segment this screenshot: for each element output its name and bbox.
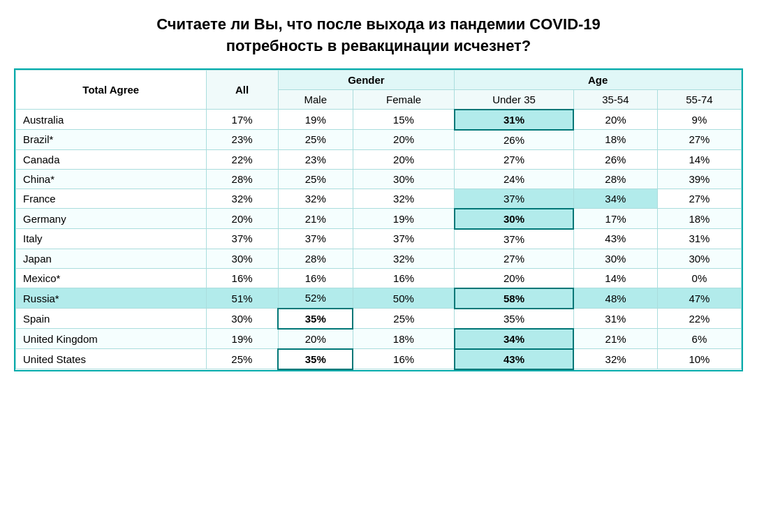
cell-all: 30% (206, 309, 278, 329)
cell-under35: 27% (455, 249, 574, 268)
total-agree-header: Total Agree (16, 70, 207, 110)
cell-male: 19% (278, 110, 353, 130)
table-row: Canada22%23%20%27%26%14% (16, 149, 742, 169)
cell-age3554: 31% (573, 309, 657, 329)
table-row: France32%32%32%37%34%27% (16, 189, 742, 209)
table-row: Australia17%19%15%31%20%9% (16, 110, 742, 130)
cell-all: 32% (206, 189, 278, 209)
cell-female: 15% (353, 110, 454, 130)
cell-male: 25% (278, 169, 353, 189)
cell-male: 52% (278, 288, 353, 309)
table-row: Germany20%21%19%30%17%18% (16, 209, 742, 229)
cell-country: United States (16, 349, 207, 369)
data-table: Total Agree All Gender Age Male Female U… (15, 70, 742, 370)
cell-female: 50% (353, 288, 454, 309)
cell-female: 32% (353, 189, 454, 209)
cell-age5574: 27% (657, 189, 741, 209)
cell-all: 16% (206, 268, 278, 288)
cell-age3554: 34% (573, 189, 657, 209)
cell-country: Japan (16, 249, 207, 268)
cell-age3554: 20% (573, 110, 657, 130)
cell-age5574: 39% (657, 169, 741, 189)
table-row: Japan30%28%32%27%30%30% (16, 249, 742, 268)
cell-country: Germany (16, 209, 207, 229)
cell-male: 35% (278, 309, 353, 329)
cell-female: 16% (353, 268, 454, 288)
table-row: Spain30%35%25%35%31%22% (16, 309, 742, 329)
cell-female: 30% (353, 169, 454, 189)
cell-all: 20% (206, 209, 278, 229)
cell-all: 19% (206, 329, 278, 349)
cell-under35: 26% (455, 130, 574, 150)
age3554-header: 35-54 (573, 89, 657, 110)
cell-all: 51% (206, 288, 278, 309)
cell-under35: 35% (455, 309, 574, 329)
cell-female: 37% (353, 229, 454, 249)
cell-age5574: 30% (657, 249, 741, 268)
cell-age5574: 18% (657, 209, 741, 229)
cell-under35: 20% (455, 268, 574, 288)
cell-male: 21% (278, 209, 353, 229)
cell-age5574: 10% (657, 349, 741, 369)
table-row: China*28%25%30%24%28%39% (16, 169, 742, 189)
data-table-wrapper: Total Agree All Gender Age Male Female U… (14, 68, 743, 371)
cell-country: China* (16, 169, 207, 189)
cell-all: 28% (206, 169, 278, 189)
cell-under35: 34% (455, 329, 574, 349)
cell-male: 20% (278, 329, 353, 349)
cell-age3554: 17% (573, 209, 657, 229)
table-row: United States25%35%16%43%32%10% (16, 349, 742, 369)
cell-country: Canada (16, 149, 207, 169)
cell-male: 37% (278, 229, 353, 249)
table-row: Brazil*23%25%20%26%18%27% (16, 130, 742, 150)
cell-female: 18% (353, 329, 454, 349)
cell-under35: 31% (455, 110, 574, 130)
age-group-header: Age (455, 70, 742, 89)
cell-age5574: 27% (657, 130, 741, 150)
cell-under35: 37% (455, 229, 574, 249)
cell-country: France (16, 189, 207, 209)
cell-age3554: 28% (573, 169, 657, 189)
cell-female: 25% (353, 309, 454, 329)
table-row: Russia*51%52%50%58%48%47% (16, 288, 742, 309)
cell-under35: 43% (455, 349, 574, 369)
cell-age5574: 14% (657, 149, 741, 169)
cell-all: 17% (206, 110, 278, 130)
cell-male: 25% (278, 130, 353, 150)
cell-age3554: 43% (573, 229, 657, 249)
cell-female: 32% (353, 249, 454, 268)
under35-header: Under 35 (455, 89, 574, 110)
page-title: Считаете ли Вы, что после выхода из панд… (14, 14, 743, 57)
cell-age3554: 30% (573, 249, 657, 268)
cell-country: Russia* (16, 288, 207, 309)
table-row: United Kingdom19%20%18%34%21%6% (16, 329, 742, 349)
cell-age5574: 22% (657, 309, 741, 329)
cell-country: United Kingdom (16, 329, 207, 349)
cell-age5574: 9% (657, 110, 741, 130)
female-header: Female (353, 89, 454, 110)
cell-under35: 30% (455, 209, 574, 229)
cell-age3554: 14% (573, 268, 657, 288)
cell-age5574: 6% (657, 329, 741, 349)
cell-age5574: 31% (657, 229, 741, 249)
cell-female: 20% (353, 149, 454, 169)
cell-male: 35% (278, 349, 353, 369)
cell-female: 16% (353, 349, 454, 369)
cell-age3554: 26% (573, 149, 657, 169)
cell-male: 16% (278, 268, 353, 288)
cell-age5574: 0% (657, 268, 741, 288)
cell-all: 30% (206, 249, 278, 268)
cell-country: Australia (16, 110, 207, 130)
gender-group-header: Gender (278, 70, 455, 89)
cell-age3554: 48% (573, 288, 657, 309)
cell-all: 23% (206, 130, 278, 150)
cell-under35: 24% (455, 169, 574, 189)
cell-male: 28% (278, 249, 353, 268)
age5574-header: 55-74 (657, 89, 741, 110)
cell-all: 25% (206, 349, 278, 369)
cell-male: 23% (278, 149, 353, 169)
cell-under35: 37% (455, 189, 574, 209)
cell-female: 20% (353, 130, 454, 150)
cell-country: Spain (16, 309, 207, 329)
cell-age3554: 32% (573, 349, 657, 369)
